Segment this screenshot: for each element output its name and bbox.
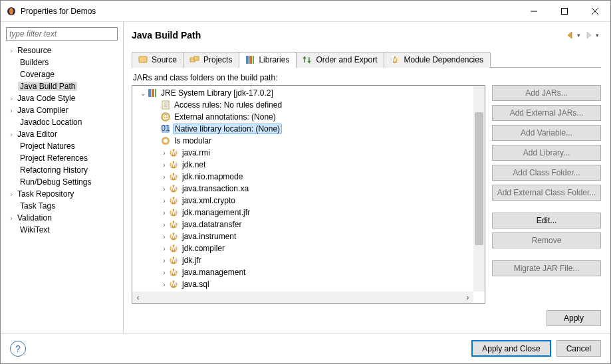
tree-package[interactable]: ›Mjdk.jfr xyxy=(132,254,485,266)
maximize-button[interactable] xyxy=(549,1,580,22)
sidebar-item-task-tags[interactable]: Task Tags xyxy=(3,200,123,212)
tree-label: java.datatransfer xyxy=(181,220,243,229)
svg-text:M: M xyxy=(170,195,177,205)
tab-source[interactable]: Source xyxy=(132,52,184,68)
tree-package[interactable]: ›Mjdk.net xyxy=(132,159,485,171)
remove-button[interactable]: Remove xyxy=(492,232,601,248)
category-tree[interactable]: ›Resource Builders Coverage Java Build P… xyxy=(1,45,123,329)
minimize-button[interactable] xyxy=(519,1,549,22)
modular-icon xyxy=(160,136,171,146)
module-jar-icon: M xyxy=(168,267,179,278)
cancel-button[interactable]: Cancel xyxy=(556,340,601,357)
module-jar-icon: M xyxy=(168,147,179,158)
add-jars-button[interactable]: Add JARs... xyxy=(492,85,601,101)
tree-is-modular[interactable]: Is modular xyxy=(132,135,485,147)
sidebar-item-refactoring-history[interactable]: Refactoring History xyxy=(3,164,123,176)
expand-icon[interactable]: › xyxy=(160,185,168,193)
sidebar-item-builders[interactable]: Builders xyxy=(3,56,123,68)
tree-package[interactable]: ›Mjava.xml.crypto xyxy=(132,195,485,207)
add-class-folder-button[interactable]: Add Class Folder... xyxy=(492,165,601,181)
tree-label: Is modular xyxy=(173,136,213,145)
sidebar-item-task-repository[interactable]: ›Task Repository xyxy=(3,188,123,200)
close-button[interactable] xyxy=(580,1,610,22)
scroll-thumb[interactable] xyxy=(475,112,483,245)
tab-module-deps[interactable]: M Module Dependencies xyxy=(384,52,490,68)
tree-package[interactable]: ›Mjava.datatransfer xyxy=(132,219,485,230)
filter-input[interactable] xyxy=(6,27,118,41)
apply-and-close-button[interactable]: Apply and Close xyxy=(471,340,550,357)
expand-icon[interactable]: › xyxy=(160,173,168,181)
svg-rect-16 xyxy=(155,89,156,97)
tree-package[interactable]: ›Mjava.transaction.xa xyxy=(132,183,485,195)
sidebar-item-java-code-style[interactable]: ›Java Code Style xyxy=(3,92,123,104)
tabstrip: Source Projects Libraries Order and Expo… xyxy=(132,51,601,67)
forward-arrow-icon[interactable] xyxy=(584,30,594,41)
help-icon[interactable]: ? xyxy=(10,341,26,357)
tab-order-export[interactable]: Order and Export xyxy=(296,52,384,68)
expand-icon[interactable]: › xyxy=(160,149,168,157)
expand-icon[interactable]: › xyxy=(160,197,168,205)
expand-icon[interactable]: › xyxy=(160,269,168,276)
sidebar-item-validation[interactable]: ›Validation xyxy=(3,212,123,224)
sidebar-item-coverage[interactable]: Coverage xyxy=(3,68,123,80)
scroll-right-icon[interactable]: › xyxy=(462,292,473,303)
add-library-button[interactable]: Add Library... xyxy=(492,145,601,161)
svg-text:M: M xyxy=(392,54,398,64)
sidebar-item-javadoc-location[interactable]: Javadoc Location xyxy=(3,116,123,128)
sidebar-item-java-editor[interactable]: ›Java Editor xyxy=(3,128,123,140)
expand-icon[interactable]: › xyxy=(160,209,168,217)
tab-libraries[interactable]: Libraries xyxy=(239,52,297,68)
svg-text:M: M xyxy=(170,207,177,217)
tab-projects[interactable]: Projects xyxy=(183,52,239,68)
module-jar-icon: M xyxy=(168,159,179,170)
scroll-left-icon[interactable]: ‹ xyxy=(132,292,144,303)
add-variable-button[interactable]: Add Variable... xyxy=(492,125,601,141)
tree-root-jre[interactable]: ⌄ JRE System Library [jdk-17.0.2] xyxy=(132,87,485,99)
tree-package[interactable]: ›Mjdk.nio.mapmode xyxy=(132,171,485,183)
edit-button[interactable]: Edit... xyxy=(492,213,601,228)
tree-package[interactable]: ›Mjdk.management.jfr xyxy=(132,207,485,219)
sidebar-item-wikitext[interactable]: WikiText xyxy=(3,224,123,236)
access-rules-icon xyxy=(160,100,171,110)
expand-icon[interactable]: › xyxy=(160,257,168,264)
tree-label: java.sql xyxy=(181,280,211,289)
add-external-jars-button[interactable]: Add External JARs... xyxy=(492,105,601,121)
expand-icon[interactable]: ⌄ xyxy=(139,90,147,97)
expand-icon[interactable]: › xyxy=(160,281,168,288)
apply-button[interactable]: Apply xyxy=(547,310,601,326)
add-external-class-folder-button[interactable]: Add External Class Folder... xyxy=(492,185,601,201)
migrate-jar-button[interactable]: Migrate JAR File... xyxy=(492,260,601,276)
tree-native-lib[interactable]: 01 Native library location: (None) xyxy=(132,123,485,135)
tree-package[interactable]: ›Mjava.rmi xyxy=(132,147,485,159)
libraries-tree[interactable]: ⌄ JRE System Library [jdk-17.0.2] Access… xyxy=(132,85,485,304)
vertical-scrollbar[interactable] xyxy=(473,86,485,292)
tree-access-rules[interactable]: Access rules: No rules defined xyxy=(132,99,485,111)
sidebar-item-run-debug[interactable]: Run/Debug Settings xyxy=(3,176,123,188)
expand-icon[interactable]: › xyxy=(160,161,168,169)
tree-package[interactable]: ›Mjava.sql xyxy=(132,278,485,290)
expand-icon[interactable]: › xyxy=(160,233,168,240)
expand-icon[interactable]: › xyxy=(160,221,168,228)
sidebar-item-project-references[interactable]: Project References xyxy=(3,152,123,164)
sidebar-item-java-build-path[interactable]: Java Build Path xyxy=(3,80,123,92)
tree-label: Native library location: (None) xyxy=(173,124,282,134)
sidebar: ›Resource Builders Coverage Java Build P… xyxy=(1,22,124,333)
expand-icon[interactable]: › xyxy=(160,245,168,252)
sidebar-item-java-compiler[interactable]: ›Java Compiler xyxy=(3,104,123,116)
svg-rect-15 xyxy=(152,89,154,97)
tree-label: jdk.management.jfr xyxy=(181,208,251,217)
back-arrow-icon[interactable] xyxy=(565,30,576,41)
tree-ext-annotations[interactable]: @ External annotations: (None) xyxy=(132,111,485,123)
footer: ? Apply and Close Cancel xyxy=(1,333,610,363)
svg-rect-9 xyxy=(246,56,249,64)
horizontal-scrollbar[interactable]: ‹ › xyxy=(132,292,473,303)
forward-dropdown-icon[interactable]: ▾ xyxy=(596,32,601,39)
svg-point-26 xyxy=(164,139,168,143)
sidebar-item-project-natures[interactable]: Project Natures xyxy=(3,140,123,152)
native-lib-icon: 01 xyxy=(160,124,171,134)
back-dropdown-icon[interactable]: ▾ xyxy=(577,32,582,39)
tree-package[interactable]: ›Mjava.management xyxy=(132,266,485,278)
tree-package[interactable]: ›Mjdk.compiler xyxy=(132,242,485,254)
sidebar-item-resource[interactable]: ›Resource xyxy=(3,45,123,56)
tree-package[interactable]: ›Mjava.instrument xyxy=(132,230,485,242)
